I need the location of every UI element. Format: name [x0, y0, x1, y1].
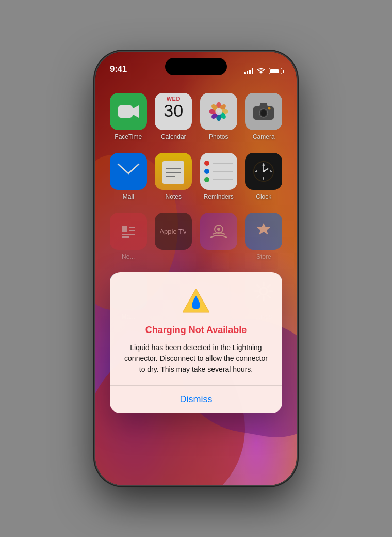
battery-icon: [269, 68, 282, 74]
status-time: 9:41: [110, 64, 127, 74]
dismiss-button[interactable]: Dismiss: [110, 386, 282, 413]
alert-icon-wrap: [181, 287, 211, 317]
signal-bar-1: [244, 72, 246, 74]
phone-frame: 9:41: [95, 52, 297, 485]
battery-fill: [270, 69, 279, 73]
signal-bar-2: [247, 71, 248, 74]
alert-message: Liquid has been detected in the Lightnin…: [122, 342, 270, 375]
status-icons: [244, 68, 282, 74]
warning-triangle-icon: [181, 287, 211, 314]
alert-body: Charging Not Available Liquid has been d…: [110, 272, 282, 385]
alert-dialog: Charging Not Available Liquid has been d…: [110, 272, 282, 413]
wifi-icon: [257, 68, 265, 74]
signal-bar-4: [252, 68, 253, 74]
signal-bars-icon: [244, 68, 253, 74]
dynamic-island: [165, 58, 227, 75]
signal-bar-3: [249, 70, 251, 74]
phone-screen: 9:41: [95, 52, 297, 485]
overlay-dim: [95, 52, 297, 485]
alert-title: Charging Not Available: [145, 325, 247, 336]
